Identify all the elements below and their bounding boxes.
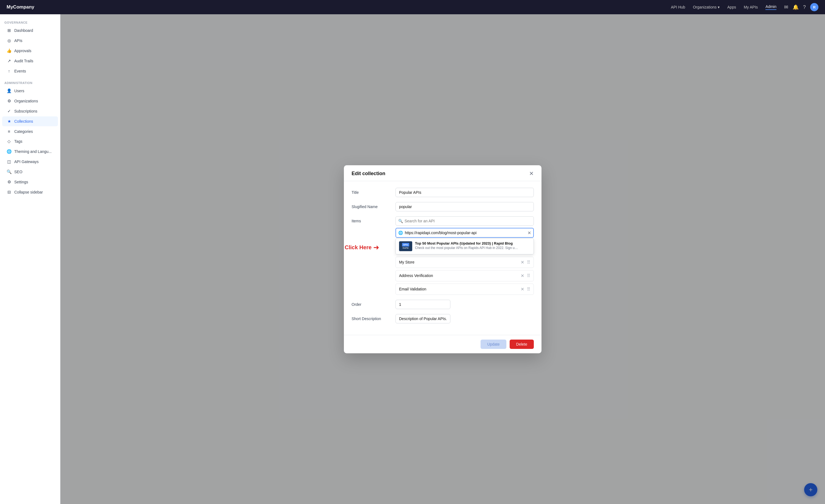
click-annotation: Click Here ➜ xyxy=(345,243,379,252)
sidebar-item-categories[interactable]: ≡ Categories xyxy=(2,127,58,136)
short-desc-row: Short Description xyxy=(352,314,534,323)
item-actions: ✕ ⠿ xyxy=(521,260,530,265)
sidebar-item-label: Collapse sidebar xyxy=(14,190,43,194)
items-field: 🔍 🌐 ✕ xyxy=(395,216,534,295)
sidebar-item-label: Categories xyxy=(14,129,33,134)
apis-icon: ◎ xyxy=(7,38,11,43)
title-input[interactable] xyxy=(395,188,534,197)
item-name: My Store xyxy=(399,260,415,264)
sidebar-item-label: Approvals xyxy=(14,49,31,53)
seo-icon: 🔍 xyxy=(7,169,11,174)
suggestion-text: Top 50 Most Popular APIs (Updated for 20… xyxy=(415,241,530,250)
modal-title: Edit collection xyxy=(352,171,385,176)
suggestion-container: APIs RAPID Top 50 Most Popular APIs (Upd… xyxy=(395,238,534,255)
collection-item: My Store ✕ ⠿ xyxy=(395,257,534,268)
edit-collection-modal: Edit collection ✕ Title Slugified Name xyxy=(344,165,541,353)
sidebar-item-approvals[interactable]: 👍 Approvals xyxy=(2,46,58,56)
approvals-icon: 👍 xyxy=(7,48,11,53)
slugified-row: Slugified Name xyxy=(352,202,534,211)
subscriptions-icon: ✓ xyxy=(7,109,11,114)
modal-body: Title Slugified Name Items xyxy=(344,181,541,335)
sidebar-item-collapse[interactable]: ⊟ Collapse sidebar xyxy=(2,187,58,197)
modal-close-button[interactable]: ✕ xyxy=(529,171,534,176)
help-icon[interactable]: ? xyxy=(803,4,806,10)
events-icon: ↑ xyxy=(7,69,11,73)
collapse-icon: ⊟ xyxy=(7,190,11,195)
sidebar-item-organizations[interactable]: ⚙ Organizations xyxy=(2,96,58,106)
sidebar-item-label: Organizations xyxy=(14,99,38,103)
brand: MyCompany xyxy=(7,4,34,10)
sidebar-item-dashboard[interactable]: ⊞ Dashboard xyxy=(2,25,58,35)
nav-apps[interactable]: Apps xyxy=(727,5,736,9)
short-desc-input[interactable] xyxy=(395,314,450,323)
tags-icon: ◇ xyxy=(7,139,11,144)
item-remove-button[interactable]: ✕ xyxy=(521,287,524,292)
topnav-links: API Hub Organizations ▾ Apps My APIs Adm… xyxy=(671,4,776,10)
item-drag-handle[interactable]: ⠿ xyxy=(527,260,530,265)
nav-my-apis[interactable]: My APIs xyxy=(744,5,758,9)
items-label: Items xyxy=(352,216,390,223)
order-row: Order xyxy=(352,300,534,309)
email-icon[interactable]: ✉ xyxy=(784,4,788,10)
sidebar-item-subscriptions[interactable]: ✓ Subscriptions xyxy=(2,106,58,116)
sidebar-item-api-gateways[interactable]: ◫ API Gateways xyxy=(2,157,58,167)
sidebar-item-settings[interactable]: ⚙ Settings xyxy=(2,177,58,187)
slugified-input[interactable] xyxy=(395,202,534,211)
sidebar-item-label: Users xyxy=(14,89,24,93)
item-remove-button[interactable]: ✕ xyxy=(521,273,524,278)
sidebar-item-theming[interactable]: 🌐 Theming and Langu... xyxy=(2,147,58,156)
modal-overlay[interactable]: Edit collection ✕ Title Slugified Name xyxy=(60,14,825,504)
nav-admin[interactable]: Admin xyxy=(765,4,776,10)
modal-header: Edit collection ✕ xyxy=(344,165,541,181)
suggestion-thumbnail: APIs RAPID xyxy=(399,241,412,251)
suggestion-description: Check out the most popular APIs on Rapid… xyxy=(415,246,519,250)
nav-api-hub[interactable]: API Hub xyxy=(671,5,685,9)
sidebar-item-label: SEO xyxy=(14,170,22,174)
collection-item: Address Verification ✕ ⠿ xyxy=(395,270,534,281)
chevron-down-icon: ▾ xyxy=(718,5,720,9)
url-input[interactable] xyxy=(395,228,534,238)
items-row: Items 🔍 🌐 ✕ xyxy=(352,216,534,295)
item-name: Email Validation xyxy=(399,287,426,291)
sidebar-item-label: Audit Trails xyxy=(14,59,33,63)
delete-button[interactable]: Delete xyxy=(510,340,534,349)
sidebar-item-label: API Gateways xyxy=(14,159,39,164)
sidebar-item-label: Dashboard xyxy=(14,28,33,33)
title-field xyxy=(395,188,534,197)
item-drag-handle[interactable]: ⠿ xyxy=(527,273,530,278)
sidebar-item-collections[interactable]: ★ Collections xyxy=(2,117,58,126)
sidebar-item-label: Settings xyxy=(14,180,28,184)
url-clear-button[interactable]: ✕ xyxy=(527,230,531,235)
url-wrap: 🌐 ✕ xyxy=(395,228,534,238)
admin-section-label: Administration xyxy=(0,79,60,86)
item-remove-button[interactable]: ✕ xyxy=(521,260,524,265)
thumbnail-text: APIs RAPID xyxy=(402,243,409,249)
sidebar-item-events[interactable]: ↑ Events xyxy=(2,66,58,76)
suggestion-item[interactable]: APIs RAPID Top 50 Most Popular APIs (Upd… xyxy=(396,238,533,254)
collections-icon: ★ xyxy=(7,119,11,124)
annotation-text: Click Here xyxy=(345,244,372,250)
item-actions: ✕ ⠿ xyxy=(521,287,530,292)
nav-organizations[interactable]: Organizations ▾ xyxy=(693,5,720,9)
sidebar-item-audit-trails[interactable]: ↗ Audit Trails xyxy=(2,56,58,66)
update-button[interactable]: Update xyxy=(480,340,506,349)
item-name: Address Verification xyxy=(399,273,433,278)
sidebar-item-users[interactable]: 👤 Users xyxy=(2,86,58,96)
sidebar-item-label: Theming and Langu... xyxy=(14,149,52,154)
avatar[interactable]: R xyxy=(810,3,818,11)
sidebar-item-tags[interactable]: ◇ Tags xyxy=(2,136,58,146)
sidebar-item-label: Tags xyxy=(14,139,22,144)
order-input[interactable] xyxy=(395,300,450,309)
sidebar-item-apis[interactable]: ◎ APIs xyxy=(2,36,58,46)
suggestion-dropdown: APIs RAPID Top 50 Most Popular APIs (Upd… xyxy=(395,238,534,255)
item-drag-handle[interactable]: ⠿ xyxy=(527,287,530,292)
modal-footer: Update Delete xyxy=(344,335,541,353)
search-api-input[interactable] xyxy=(395,216,534,226)
sidebar-item-seo[interactable]: 🔍 SEO xyxy=(2,167,58,177)
search-icon: 🔍 xyxy=(398,219,403,223)
short-desc-field xyxy=(395,314,534,323)
bell-icon[interactable]: 🔔 xyxy=(793,4,799,10)
topnav: MyCompany API Hub Organizations ▾ Apps M… xyxy=(0,0,825,14)
users-icon: 👤 xyxy=(7,88,11,93)
globe-icon: 🌐 xyxy=(398,231,403,235)
